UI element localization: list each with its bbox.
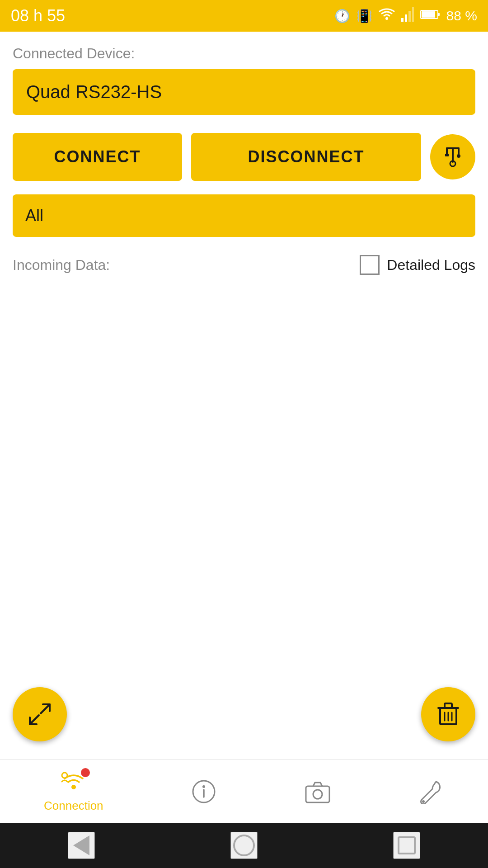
svg-point-29 — [313, 790, 322, 799]
svg-rect-4 — [412, 7, 414, 22]
svg-point-23 — [71, 785, 76, 789]
detailed-logs-label: Detailed Logs — [387, 257, 475, 274]
svg-rect-2 — [405, 14, 407, 22]
home-button[interactable] — [230, 832, 258, 859]
svg-rect-6 — [438, 13, 440, 16]
usb-button[interactable] — [430, 134, 475, 179]
svg-point-0 — [385, 17, 388, 20]
button-row: CONNECT DISCONNECT — [13, 133, 475, 181]
nav-item-connection[interactable]: Connection — [44, 770, 103, 813]
alarm-icon: 🕐 — [334, 9, 350, 24]
svg-rect-19 — [445, 703, 452, 708]
disconnect-button[interactable]: DISCONNECT — [191, 133, 421, 181]
nav-item-settings[interactable] — [419, 779, 444, 804]
svg-point-27 — [202, 785, 205, 788]
home-icon — [233, 835, 255, 856]
svg-rect-28 — [306, 786, 329, 802]
svg-rect-11 — [445, 154, 449, 156]
incoming-data-area — [13, 282, 475, 599]
detailed-logs-checkbox[interactable] — [360, 255, 380, 275]
svg-rect-3 — [408, 11, 411, 22]
vibrate-icon: 📳 — [357, 9, 372, 24]
filter-dropdown[interactable]: All — [13, 194, 475, 237]
battery-icon — [420, 9, 440, 23]
fab-expand-button[interactable] — [13, 687, 67, 741]
status-bar: 08 h 55 🕐 📳 — [0, 0, 488, 32]
svg-rect-1 — [401, 18, 404, 22]
nav-label-connection: Connection — [44, 799, 103, 813]
back-button[interactable] — [68, 832, 95, 859]
connect-button[interactable]: CONNECT — [13, 133, 182, 181]
back-icon — [73, 835, 89, 855]
info-icon — [191, 779, 216, 804]
svg-line-16 — [41, 704, 50, 713]
connection-icon-wrapper — [60, 770, 87, 795]
battery-percent: 88 % — [446, 8, 477, 24]
status-icons: 🕐 📳 — [334, 7, 477, 25]
usb-icon — [441, 145, 465, 169]
incoming-data-label: Incoming Data: — [13, 257, 110, 274]
recents-button[interactable] — [393, 832, 420, 859]
nav-item-info[interactable] — [191, 779, 216, 804]
connected-device-label: Connected Device: — [13, 45, 475, 62]
device-name-box: Quad RS232-HS — [13, 69, 475, 115]
signal-icon — [401, 7, 414, 25]
wifi-icon — [379, 8, 395, 24]
delete-icon — [436, 702, 460, 727]
svg-rect-7 — [422, 11, 435, 18]
svg-line-15 — [30, 715, 39, 724]
fab-delete-button[interactable] — [421, 687, 475, 741]
connection-badge — [81, 768, 90, 777]
nav-item-camera[interactable] — [304, 780, 331, 803]
svg-point-24 — [62, 773, 67, 778]
expand-icon — [27, 702, 52, 727]
incoming-row: Incoming Data: Detailed Logs — [13, 255, 475, 275]
status-time: 08 h 55 — [11, 6, 65, 25]
wrench-icon — [419, 779, 444, 804]
svg-point-13 — [457, 154, 460, 158]
recents-icon — [398, 836, 416, 854]
detailed-logs-row: Detailed Logs — [360, 255, 475, 275]
svg-point-30 — [422, 800, 425, 803]
camera-icon — [304, 780, 331, 803]
main-content: Connected Device: Quad RS232-HS CONNECT … — [0, 32, 488, 599]
bottom-navigation: Connection — [0, 760, 488, 823]
system-navigation-bar — [0, 823, 488, 868]
